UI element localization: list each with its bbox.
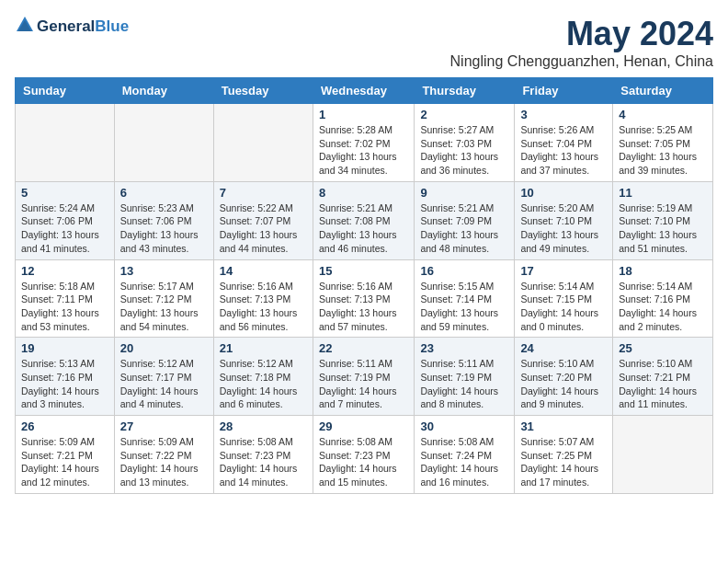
calendar-cell: 3Sunrise: 5:26 AM Sunset: 7:04 PM Daylig…	[515, 104, 613, 182]
day-number: 2	[420, 108, 508, 121]
calendar-week-row: 26Sunrise: 5:09 AM Sunset: 7:21 PM Dayli…	[16, 416, 713, 494]
header-sunday: Sunday	[16, 78, 115, 104]
day-number: 4	[619, 108, 707, 121]
day-number: 16	[420, 264, 508, 278]
day-info: Sunrise: 5:21 AM Sunset: 7:08 PM Dayligh…	[319, 201, 408, 256]
day-info: Sunrise: 5:14 AM Sunset: 7:16 PM Dayligh…	[619, 280, 707, 334]
day-number: 5	[21, 186, 108, 200]
day-number: 18	[619, 264, 707, 278]
day-info: Sunrise: 5:10 AM Sunset: 7:20 PM Dayligh…	[520, 357, 607, 411]
calendar-cell: 27Sunrise: 5:09 AM Sunset: 7:22 PM Dayli…	[114, 416, 213, 494]
day-info: Sunrise: 5:28 AM Sunset: 7:02 PM Dayligh…	[319, 123, 408, 178]
day-info: Sunrise: 5:16 AM Sunset: 7:13 PM Dayligh…	[319, 280, 408, 334]
calendar-cell: 6Sunrise: 5:23 AM Sunset: 7:06 PM Daylig…	[114, 181, 213, 259]
day-info: Sunrise: 5:10 AM Sunset: 7:21 PM Dayligh…	[619, 357, 707, 411]
day-number: 15	[319, 264, 408, 278]
day-number: 30	[420, 419, 508, 433]
day-info: Sunrise: 5:17 AM Sunset: 7:12 PM Dayligh…	[120, 280, 208, 334]
header-wednesday: Wednesday	[313, 78, 414, 104]
day-number: 28	[220, 419, 307, 433]
calendar-cell: 20Sunrise: 5:12 AM Sunset: 7:17 PM Dayli…	[114, 338, 213, 416]
day-info: Sunrise: 5:11 AM Sunset: 7:19 PM Dayligh…	[420, 357, 508, 411]
day-info: Sunrise: 5:08 AM Sunset: 7:24 PM Dayligh…	[420, 435, 508, 489]
header-row: Sunday Monday Tuesday Wednesday Thursday…	[16, 78, 713, 104]
day-number: 14	[220, 264, 307, 278]
calendar-cell: 9Sunrise: 5:21 AM Sunset: 7:09 PM Daylig…	[415, 181, 515, 259]
day-info: Sunrise: 5:13 AM Sunset: 7:16 PM Dayligh…	[21, 357, 108, 411]
day-number: 3	[520, 108, 607, 121]
calendar-cell: 21Sunrise: 5:12 AM Sunset: 7:18 PM Dayli…	[213, 338, 313, 416]
day-number: 6	[120, 186, 208, 200]
day-number: 12	[21, 264, 108, 278]
page-header: GeneralBlue May 2024 Ningling Chengguanz…	[15, 15, 713, 70]
calendar-cell: 15Sunrise: 5:16 AM Sunset: 7:13 PM Dayli…	[313, 259, 414, 338]
title-section: May 2024 Ningling Chengguanzhen, Henan, …	[450, 15, 713, 70]
day-number: 22	[319, 341, 408, 355]
calendar-cell: 25Sunrise: 5:10 AM Sunset: 7:21 PM Dayli…	[613, 338, 713, 416]
logo: GeneralBlue	[15, 15, 129, 39]
day-info: Sunrise: 5:20 AM Sunset: 7:10 PM Dayligh…	[520, 201, 607, 256]
calendar-cell: 24Sunrise: 5:10 AM Sunset: 7:20 PM Dayli…	[515, 338, 613, 416]
calendar-table: Sunday Monday Tuesday Wednesday Thursday…	[15, 77, 713, 494]
calendar-cell: 28Sunrise: 5:08 AM Sunset: 7:23 PM Dayli…	[213, 416, 313, 494]
calendar-cell: 19Sunrise: 5:13 AM Sunset: 7:16 PM Dayli…	[16, 338, 115, 416]
day-info: Sunrise: 5:08 AM Sunset: 7:23 PM Dayligh…	[319, 435, 408, 489]
day-number: 8	[319, 186, 408, 200]
day-number: 17	[520, 264, 607, 278]
day-info: Sunrise: 5:08 AM Sunset: 7:23 PM Dayligh…	[220, 435, 307, 489]
day-number: 20	[120, 341, 208, 355]
header-thursday: Thursday	[415, 78, 515, 104]
calendar-cell: 31Sunrise: 5:07 AM Sunset: 7:25 PM Dayli…	[515, 416, 613, 494]
day-info: Sunrise: 5:12 AM Sunset: 7:18 PM Dayligh…	[220, 357, 307, 411]
day-number: 23	[420, 341, 508, 355]
calendar-cell	[213, 104, 313, 182]
calendar-cell: 16Sunrise: 5:15 AM Sunset: 7:14 PM Dayli…	[415, 259, 515, 338]
day-info: Sunrise: 5:27 AM Sunset: 7:03 PM Dayligh…	[420, 123, 508, 178]
day-number: 9	[420, 186, 508, 200]
day-info: Sunrise: 5:16 AM Sunset: 7:13 PM Dayligh…	[220, 280, 307, 334]
day-info: Sunrise: 5:18 AM Sunset: 7:11 PM Dayligh…	[21, 280, 108, 334]
calendar-cell: 1Sunrise: 5:28 AM Sunset: 7:02 PM Daylig…	[313, 104, 414, 182]
logo-icon	[15, 15, 35, 39]
calendar-cell: 10Sunrise: 5:20 AM Sunset: 7:10 PM Dayli…	[515, 181, 613, 259]
calendar-cell: 17Sunrise: 5:14 AM Sunset: 7:15 PM Dayli…	[515, 259, 613, 338]
calendar-cell	[613, 416, 713, 494]
day-number: 31	[520, 419, 607, 433]
day-info: Sunrise: 5:15 AM Sunset: 7:14 PM Dayligh…	[420, 280, 508, 334]
calendar-cell: 5Sunrise: 5:24 AM Sunset: 7:06 PM Daylig…	[16, 181, 115, 259]
calendar-cell: 14Sunrise: 5:16 AM Sunset: 7:13 PM Dayli…	[213, 259, 313, 338]
header-saturday: Saturday	[613, 78, 713, 104]
day-info: Sunrise: 5:11 AM Sunset: 7:19 PM Dayligh…	[319, 357, 408, 411]
calendar-cell: 13Sunrise: 5:17 AM Sunset: 7:12 PM Dayli…	[114, 259, 213, 338]
calendar-cell: 29Sunrise: 5:08 AM Sunset: 7:23 PM Dayli…	[313, 416, 414, 494]
day-info: Sunrise: 5:19 AM Sunset: 7:10 PM Dayligh…	[619, 201, 707, 256]
calendar-week-row: 12Sunrise: 5:18 AM Sunset: 7:11 PM Dayli…	[16, 259, 713, 338]
calendar-cell: 18Sunrise: 5:14 AM Sunset: 7:16 PM Dayli…	[613, 259, 713, 338]
calendar-cell: 7Sunrise: 5:22 AM Sunset: 7:07 PM Daylig…	[213, 181, 313, 259]
calendar-cell: 11Sunrise: 5:19 AM Sunset: 7:10 PM Dayli…	[613, 181, 713, 259]
day-number: 26	[21, 419, 108, 433]
day-info: Sunrise: 5:12 AM Sunset: 7:17 PM Dayligh…	[120, 357, 208, 411]
calendar-cell: 2Sunrise: 5:27 AM Sunset: 7:03 PM Daylig…	[415, 104, 515, 182]
calendar-cell: 30Sunrise: 5:08 AM Sunset: 7:24 PM Dayli…	[415, 416, 515, 494]
header-tuesday: Tuesday	[213, 78, 313, 104]
location-label: Ningling Chengguanzhen, Henan, China	[450, 53, 713, 70]
calendar-cell: 23Sunrise: 5:11 AM Sunset: 7:19 PM Dayli…	[415, 338, 515, 416]
calendar-cell: 8Sunrise: 5:21 AM Sunset: 7:08 PM Daylig…	[313, 181, 414, 259]
day-number: 13	[120, 264, 208, 278]
day-info: Sunrise: 5:07 AM Sunset: 7:25 PM Dayligh…	[520, 435, 607, 489]
day-info: Sunrise: 5:14 AM Sunset: 7:15 PM Dayligh…	[520, 280, 607, 334]
day-info: Sunrise: 5:24 AM Sunset: 7:06 PM Dayligh…	[21, 201, 108, 256]
day-info: Sunrise: 5:09 AM Sunset: 7:21 PM Dayligh…	[21, 435, 108, 489]
header-monday: Monday	[114, 78, 213, 104]
day-number: 1	[319, 108, 408, 121]
day-number: 24	[520, 341, 607, 355]
day-number: 11	[619, 186, 707, 200]
day-number: 25	[619, 341, 707, 355]
day-info: Sunrise: 5:22 AM Sunset: 7:07 PM Dayligh…	[220, 201, 307, 256]
calendar-week-row: 19Sunrise: 5:13 AM Sunset: 7:16 PM Dayli…	[16, 338, 713, 416]
day-number: 7	[220, 186, 307, 200]
day-info: Sunrise: 5:23 AM Sunset: 7:06 PM Dayligh…	[120, 201, 208, 256]
header-friday: Friday	[515, 78, 613, 104]
day-info: Sunrise: 5:25 AM Sunset: 7:05 PM Dayligh…	[619, 123, 707, 178]
